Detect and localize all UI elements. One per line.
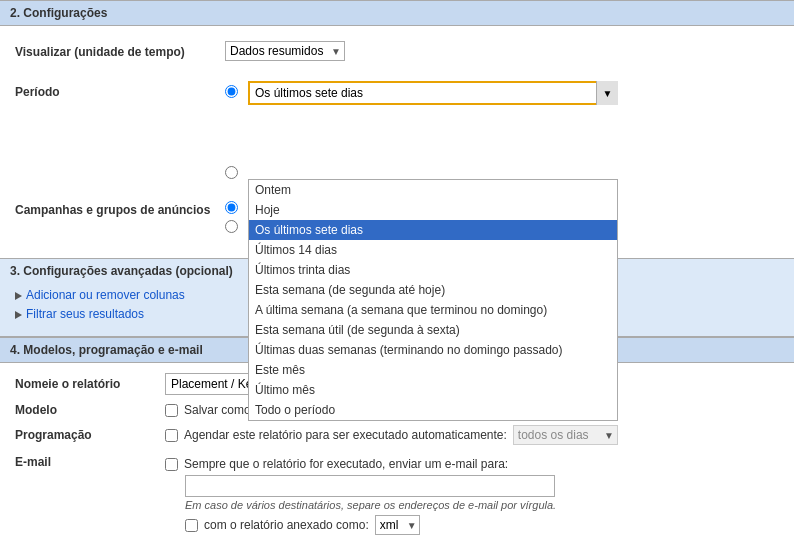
periodo-input[interactable] [248,81,618,105]
periodo-option-esta-semana[interactable]: Esta semana (de segunda até hoje) [249,280,617,300]
visualizar-select-wrapper: Dados resumidos Diário Semanal Mensal ▼ [225,41,345,61]
campanhas-radio-row-1 [225,199,238,214]
radio-row-1 [225,83,238,98]
programacao-control: Agendar este relatório para ser executad… [165,425,618,445]
period-radios [225,83,238,179]
periodo-option-14dias[interactable]: Últimos 14 dias [249,240,617,260]
periodo-control: ▼ Ontem Hoje Os últimos sete dias Último… [225,81,779,179]
periodo-dropdown-list: Ontem Hoje Os últimos sete dias Últimos … [248,179,618,421]
schedule-select[interactable]: todos os dias semanalmente mensalmente [513,425,618,445]
modelo-checkbox[interactable] [165,404,178,417]
visualizar-control: Dados resumidos Diário Semanal Mensal ▼ [225,41,779,61]
periodo-label: Período [15,81,225,99]
campanhas-radio-1[interactable] [225,201,238,214]
attach-checkbox[interactable] [185,519,198,532]
periodo-dropdown: ▼ [248,81,618,105]
periodo-dropdown-container: ▼ Ontem Hoje Os últimos sete dias Último… [248,81,618,179]
periodo-row: Período ▼ [15,76,779,184]
programacao-checkbox[interactable] [165,429,178,442]
triangle-icon-2 [15,311,22,319]
attach-select-wrapper: xml csv pdf ▼ [375,515,420,535]
email-checkbox[interactable] [165,458,178,471]
periodo-dropdown-button[interactable]: ▼ [596,81,618,105]
programacao-checkbox-label: Agendar este relatório para ser executad… [184,428,507,442]
email-row: E-mail Sempre que o relatório for execut… [15,453,779,535]
periodo-radio-2[interactable] [225,166,238,179]
schedule-select-wrapper: todos os dias semanalmente mensalmente ▼ [513,425,618,445]
visualizar-select[interactable]: Dados resumidos Diário Semanal Mensal [225,41,345,61]
periodo-option-ontem[interactable]: Ontem [249,180,617,200]
campanhas-radio-2[interactable] [225,220,238,233]
email-input[interactable] [185,475,555,497]
campanhas-label-row: Campanhas e grupos de anúncios [15,203,225,217]
radio-row-2 [225,164,238,179]
section2: 2. Configurações Visualizar (unidade de … [0,0,794,258]
periodo-option-semana-util[interactable]: Esta semana útil (de segunda à sexta) [249,320,617,340]
email-note: Em caso de vários destinatários, separe … [185,499,556,511]
email-attach-row: com o relatório anexado como: xml csv pd… [185,515,556,535]
periodo-option-este-mes[interactable]: Este mês [249,360,617,380]
nomeie-label: Nomeie o relatório [15,377,165,391]
periodo-option-duas-semanas[interactable]: Últimas duas semanas (terminando no domi… [249,340,617,360]
periodo-option-7dias[interactable]: Os últimos sete dias [249,220,617,240]
periodo-option-ultimo-mes[interactable]: Último mês [249,380,617,400]
email-checkbox-row: Sempre que o relatório for executado, en… [165,457,556,471]
periodo-option-ultima-semana[interactable]: A última semana (a semana que terminou n… [249,300,617,320]
periodo-radio-1[interactable] [225,85,238,98]
programacao-row: Programação Agendar este relatório para … [15,425,779,445]
visualizar-label: Visualizar (unidade de tempo) [15,41,225,59]
section2-header: 2. Configurações [0,0,794,26]
attach-select[interactable]: xml csv pdf [375,515,420,535]
email-label: E-mail [15,453,165,469]
attach-label: com o relatório anexado como: [204,518,369,532]
campanhas-label: Campanhas e grupos de anúncios [15,199,225,217]
campanhas-radio-row-2 [225,218,238,233]
periodo-option-hoje[interactable]: Hoje [249,200,617,220]
programacao-label: Programação [15,428,165,442]
campanhas-radio-group [225,199,238,233]
triangle-icon-1 [15,292,22,300]
email-section: Sempre que o relatório for executado, en… [165,457,556,535]
periodo-option-30dias[interactable]: Últimos trinta dias [249,260,617,280]
period-container: ▼ Ontem Hoje Os últimos sete dias Último… [225,81,618,179]
modelo-label: Modelo [15,403,165,417]
periodo-option-todo-periodo[interactable]: Todo o período [249,400,617,420]
email-checkbox-label: Sempre que o relatório for executado, en… [184,457,508,471]
visualizar-row: Visualizar (unidade de tempo) Dados resu… [15,36,779,66]
